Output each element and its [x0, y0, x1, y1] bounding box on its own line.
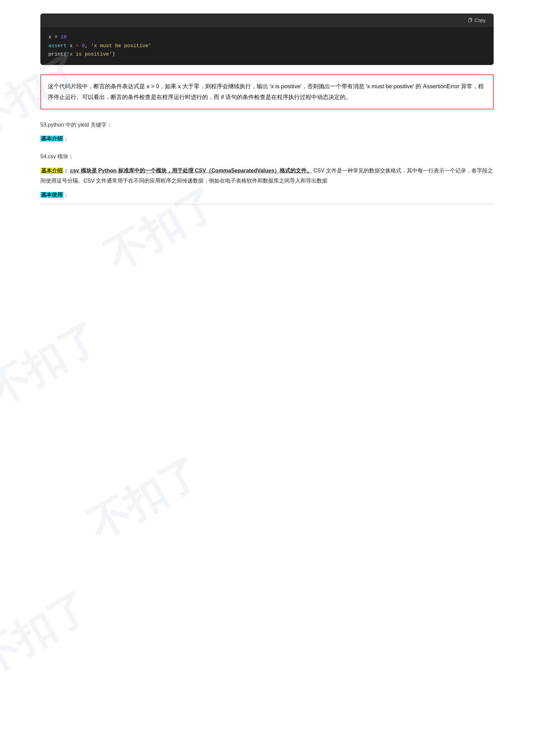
- watermark-text-3: 不扣了: [0, 310, 110, 418]
- watermark-text-4: 不扣了: [78, 445, 211, 553]
- section-54-divider: [40, 204, 494, 204]
- section-53-title: 53.python 中的 yield 关键字：: [40, 122, 494, 129]
- code-toolbar: 🗍 Copy: [40, 13, 494, 27]
- copy-icon: 🗍: [468, 18, 473, 23]
- code-line-3: print('x is positive'): [48, 50, 486, 59]
- section-53-intro-label: 基本介绍: [40, 136, 63, 141]
- explanation-text: 这个代码片段中，断言的条件表达式是 x > 0，如果 x 大于零，则程序会继续执…: [48, 83, 484, 100]
- section-54-intro-para: 基本介绍： csv 模块是 Python 标准库中的一个模块，用于处理 CSV（…: [40, 166, 494, 186]
- section-54-usage-colon: ：: [63, 192, 69, 198]
- section-53: 53.python 中的 yield 关键字： 基本介绍：: [40, 122, 494, 142]
- section-53-intro-colon: ：: [63, 136, 69, 141]
- section-54-intro-bold: csv 模块是 Python 标准库中的一个模块，用于处理 CSV（CommaS…: [70, 168, 312, 173]
- watermark: 不扣了 不扣了 不扣了 不扣了 不扣了: [0, 0, 534, 756]
- code-line-2: assert x > 0, 'x must be positive': [48, 42, 486, 51]
- section-54-title: 54.csv 模块：: [40, 153, 494, 160]
- section-54-usage-label: 基本使用: [40, 192, 63, 198]
- section-54: 54.csv 模块： 基本介绍： csv 模块是 Python 标准库中的一个模…: [40, 153, 494, 204]
- copy-label: Copy: [474, 18, 486, 23]
- code-content: x = 10 assert x > 0, 'x must be positive…: [40, 27, 494, 65]
- section-54-intro-colon: ：: [63, 168, 69, 173]
- section-54-usage: 基本使用：: [40, 192, 494, 204]
- code-block-container: 🗍 Copy x = 10 assert x > 0, 'x must be p…: [40, 13, 494, 65]
- watermark-text-5: 不扣了: [0, 580, 100, 688]
- copy-button[interactable]: 🗍 Copy: [465, 16, 488, 24]
- explanation-box: 这个代码片段中，断言的条件表达式是 x > 0，如果 x 大于零，则程序会继续执…: [40, 74, 494, 110]
- section-54-intro-label: 基本介绍: [40, 168, 63, 173]
- section-53-intro: 基本介绍：: [40, 135, 494, 142]
- code-line-1: x = 10: [48, 33, 486, 42]
